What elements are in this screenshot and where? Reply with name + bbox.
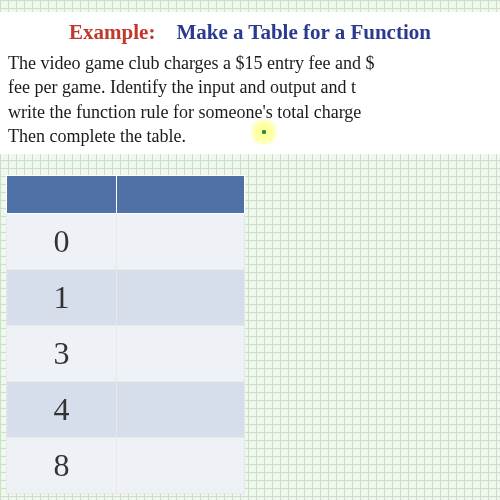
table-row: 3 (7, 326, 245, 382)
table-cell: 8 (7, 438, 117, 494)
table-cell (117, 270, 245, 326)
problem-line: fee per game. Identify the input and out… (8, 75, 494, 99)
content-panel: Example: Make a Table for a Function The… (0, 12, 500, 154)
problem-line: The video game club charges a $15 entry … (8, 51, 494, 75)
problem-line: write the function rule for someone's to… (8, 100, 494, 124)
problem-text: The video game club charges a $15 entry … (6, 51, 494, 148)
slide-heading: Example: Make a Table for a Function (6, 20, 494, 45)
table-row: 0 (7, 214, 245, 270)
table-cell (117, 438, 245, 494)
problem-line: Then complete the table. (8, 124, 494, 148)
table-row: 1 (7, 270, 245, 326)
example-label: Example: (69, 20, 155, 44)
table-row: 8 (7, 438, 245, 494)
table-cell (117, 382, 245, 438)
table-cell (117, 214, 245, 270)
table-header-row (7, 176, 245, 214)
table-header-cell (117, 176, 245, 214)
table-cell: 1 (7, 270, 117, 326)
table-cell: 0 (7, 214, 117, 270)
table-header-cell (7, 176, 117, 214)
table-cell: 3 (7, 326, 117, 382)
slide-title: Make a Table for a Function (176, 20, 431, 44)
table-cell (117, 326, 245, 382)
table-row: 4 (7, 382, 245, 438)
table-cell: 4 (7, 382, 117, 438)
function-table: 0 1 3 4 8 (6, 175, 245, 494)
data-table-container: 0 1 3 4 8 (6, 175, 245, 494)
